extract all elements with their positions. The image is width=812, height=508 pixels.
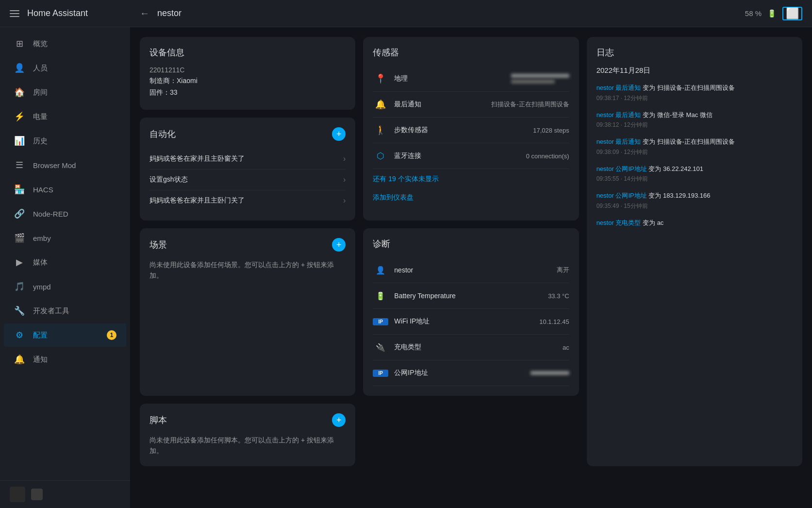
add-script-button[interactable]: + [332, 413, 346, 427]
battery-temp-icon: 🔋 [373, 288, 388, 304]
log-time: 09:38:17 · 12分钟前 [597, 94, 793, 102]
log-link[interactable]: nestor 最后通知 [597, 84, 641, 91]
sidebar-item-media[interactable]: ▶ 媒体 [4, 251, 126, 274]
diag-value-battery-temp: 33.3 °C [548, 292, 569, 300]
sidebar-item-emby[interactable]: 🎬 emby [4, 226, 126, 250]
back-button[interactable]: ← [140, 8, 149, 19]
sidebar-item-rooms[interactable]: 🏠 房间 [4, 81, 126, 104]
public-ip-icon: IP [373, 365, 388, 381]
diag-item-person: 👤 nestor 离开 [373, 257, 569, 283]
sidebar-item-people[interactable]: 👤 人员 [4, 56, 126, 80]
automation-header: 自动化 + [149, 127, 346, 141]
log-link[interactable]: nestor 公网IP地址 [597, 165, 647, 172]
log-title: 日志 [597, 47, 793, 58]
config-icon: ⚙ [14, 329, 25, 341]
log-entries: nestor 最后通知 变为 扫描设备-正在扫描周围设备09:38:17 · 1… [597, 83, 793, 235]
diag-item-public-ip: IP 公网IP地址 [373, 360, 569, 386]
log-card: 日志 2022年11月28日 nestor 最后通知 变为 扫描设备-正在扫描周… [587, 37, 802, 466]
energy-icon: ⚡ [14, 111, 25, 122]
firmware-row: 固件：33 [149, 88, 346, 97]
log-item: nestor 最后通知 变为 扫描设备-正在扫描周围设备09:38:09 · 1… [597, 137, 793, 156]
topbar: ← nestor 58 % 🔋 ⬜ [130, 0, 812, 27]
page-title: nestor [157, 8, 737, 18]
log-rest: 变为 扫描设备-正在扫描周围设备 [641, 84, 735, 91]
log-rest: 变为 36.22.242.101 [647, 165, 703, 172]
wifi-ip-icon: IP [373, 314, 388, 329]
scene-description: 尚未使用此设备添加任何场景。您可以点击上方的 + 按钮来添加。 [149, 259, 346, 281]
tablet-icon: ⬜ [782, 7, 802, 20]
log-link[interactable]: nestor 最后通知 [597, 138, 641, 145]
topbar-right: 58 % 🔋 ⬜ [745, 7, 802, 20]
menu-icon[interactable] [8, 8, 21, 19]
sensor-name-steps: 步数传感器 [394, 126, 527, 135]
emby-icon: 🎬 [14, 232, 25, 244]
add-to-dashboard-button[interactable]: 添加到仪表盘 [373, 189, 569, 206]
log-time: 09:35:49 · 15分钟前 [597, 202, 793, 210]
chevron-right-icon: › [343, 196, 346, 205]
charge-type-icon: 🔌 [373, 339, 388, 355]
config-badge: 1 [107, 330, 116, 340]
avatar-thumb [10, 487, 25, 502]
log-time: 09:38:12 · 12分钟前 [597, 120, 793, 129]
sensor-item-location: 📍 地理 [373, 66, 569, 92]
sidebar-item-hacs[interactable]: 🏪 HACS [4, 178, 126, 201]
sidebar-item-label: 电量 [33, 112, 48, 121]
sidebar-item-label: 媒体 [33, 258, 48, 267]
diag-name-nestor: nestor [394, 266, 550, 274]
sidebar-item-energy[interactable]: ⚡ 电量 [4, 105, 126, 128]
app-title: Home Assistant [27, 8, 88, 18]
log-item: nestor 最后通知 变为 扫描设备-正在扫描周围设备09:38:17 · 1… [597, 83, 793, 102]
history-icon: 📊 [14, 135, 25, 147]
sensor-item-steps: 🚶 步数传感器 17,028 steps [373, 118, 569, 143]
sidebar-item-label: 通知 [33, 355, 48, 364]
sensor-value-steps: 17,028 steps [533, 127, 569, 134]
more-entities-link[interactable]: 还有 19 个实体未显示 [373, 175, 569, 184]
sidebar-item-browser-mod[interactable]: ☰ Browser Mod [4, 153, 126, 177]
ympd-icon: 🎵 [14, 281, 25, 292]
diag-name-charge-type: 充电类型 [394, 343, 557, 352]
sensor-name-bluetooth: 蓝牙连接 [394, 152, 520, 160]
sidebar-item-node-red[interactable]: 🔗 Node-RED [4, 202, 126, 225]
device-id: 22011211C [149, 66, 346, 74]
browser-mod-icon: ☰ [14, 159, 25, 171]
automation-item-1[interactable]: 妈妈或爸爸在家并且主卧窗关了 › [149, 149, 346, 169]
sidebar-item-history[interactable]: 📊 历史 [4, 129, 126, 152]
sidebar-header: Home Assistant [0, 0, 130, 27]
script-header: 脚本 + [149, 413, 346, 427]
sensor-value-bluetooth: 0 connection(s) [526, 152, 569, 160]
sidebar-item-label: 历史 [33, 136, 48, 146]
add-scene-button[interactable]: + [332, 238, 346, 252]
media-icon: ▶ [14, 256, 25, 268]
automation-item-2[interactable]: 设置gsh状态 › [149, 169, 346, 190]
diag-value-public-ip [530, 371, 569, 375]
sensor-title: 传感器 [373, 47, 569, 58]
diag-name-wifi-ip: WiFi IP地址 [394, 317, 533, 326]
sidebar-item-overview[interactable]: ⊞ 概览 [4, 32, 126, 55]
diagnostics-card: 诊断 👤 nestor 离开 🔋 Battery Temperature 33.… [363, 228, 579, 396]
automation-title: 自动化 [149, 128, 176, 140]
log-link[interactable]: nestor 公网IP地址 [597, 192, 647, 199]
chevron-right-icon: › [343, 175, 346, 184]
sidebar-footer[interactable] [0, 480, 130, 508]
avatar-thumb2 [31, 489, 43, 500]
log-link[interactable]: nestor 充电类型 [597, 219, 641, 226]
sidebar-item-ympd[interactable]: 🎵 ympd [4, 275, 126, 298]
node-red-icon: 🔗 [14, 208, 25, 220]
add-automation-button[interactable]: + [332, 127, 346, 141]
developer-icon: 🔧 [14, 305, 25, 317]
automation-item-3[interactable]: 妈妈或爸爸在家并且主卧门关了 › [149, 190, 346, 211]
log-rest: 变为 微信-登录 Mac 微信 [641, 111, 712, 119]
diag-item-battery-temp: 🔋 Battery Temperature 33.3 °C [373, 283, 569, 309]
person-icon: 👤 [373, 262, 388, 278]
sidebar-item-notifications[interactable]: 🔔 通知 [4, 348, 126, 371]
manufacturer-row: 制造商：Xiaomi [149, 77, 346, 85]
sidebar-item-label: 概览 [33, 39, 48, 49]
scene-title: 场景 [149, 239, 167, 251]
log-link[interactable]: nestor 最后通知 [597, 111, 641, 119]
content-area: 设备信息 22011211C 制造商：Xiaomi 固件：33 传感器 📍 地理 [130, 27, 812, 508]
sensor-item-notification: 🔔 最后通知 扫描设备-正在扫描周围设备 [373, 92, 569, 118]
sidebar-item-developer[interactable]: 🔧 开发者工具 [4, 299, 126, 322]
sidebar-item-config[interactable]: ⚙ 配置 1 [4, 323, 126, 347]
device-info-card: 设备信息 22011211C 制造商：Xiaomi 固件：33 [140, 37, 355, 110]
log-time: 09:38:09 · 12分钟前 [597, 148, 793, 156]
